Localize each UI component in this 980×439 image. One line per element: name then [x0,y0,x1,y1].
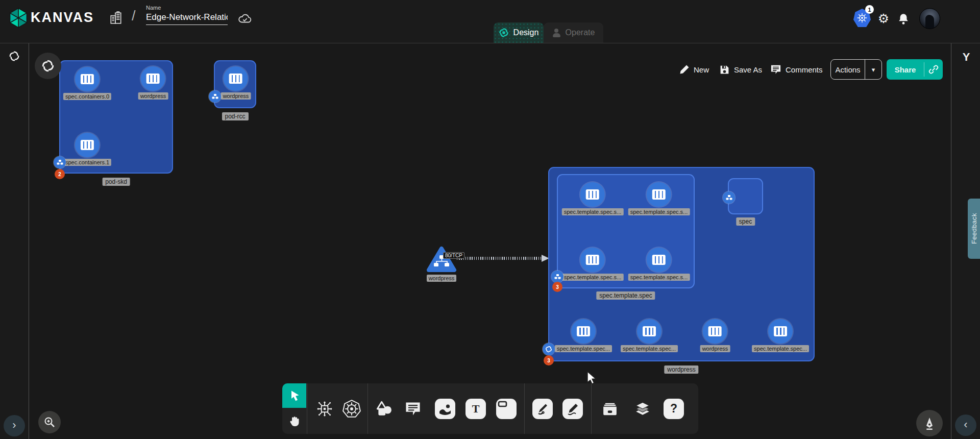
expand-left-panel-button[interactable]: › [4,415,25,436]
annotation-pen-button[interactable] [916,410,943,436]
group-pod-skd[interactable]: spec.containers.0 wordpress spec.contain… [59,60,173,174]
settings-gear-icon[interactable]: ⚙ [876,11,891,26]
pen-tool-button[interactable] [528,383,557,434]
zoom-in-magnifier-icon [43,416,56,428]
pen-nib-icon [923,417,936,430]
group-pod-rcc[interactable]: wordpress pod-rcc [214,60,256,108]
deployment-badge-icon[interactable] [543,343,555,355]
kubernetes-tool-button[interactable] [337,383,366,434]
container-node[interactable]: wordpress [138,66,168,100]
organization-icon[interactable] [109,11,122,25]
comment-tool-button[interactable] [399,383,427,434]
service-node-wordpress[interactable]: wordpress [426,246,457,282]
design-name-input[interactable] [146,12,228,25]
container-label: spec.template.spec.s... [562,208,624,215]
actions-dropdown-button[interactable]: Actions ▾ [830,59,882,80]
container-icon [647,182,671,207]
error-count-badge[interactable]: 3 [544,355,554,365]
hamburger-menu-icon[interactable] [948,13,962,23]
container-node[interactable]: spec.template.spec... [555,319,612,352]
shapes-tool-button[interactable] [370,383,398,434]
layers-icon [634,401,651,417]
container-node[interactable]: spec.containers.1 [63,133,111,166]
edge-port-label: 80/TCP [443,252,464,259]
container-node[interactable]: wordpress [700,319,730,352]
error-count-badge[interactable]: 3 [552,282,562,292]
meshery-swirl-icon[interactable] [9,51,20,62]
node-spec[interactable]: spec [728,178,763,214]
kubernetes-context-button[interactable]: 1 [852,8,872,28]
shapes-icon [375,401,393,417]
help-tool-button[interactable]: ? [659,383,688,434]
container-label: spec.containers.1 [63,159,111,166]
node-overlay-flower-icon[interactable] [35,53,61,79]
pencil-tool-button[interactable] [558,383,587,434]
brand-wordmark: KANVAS [31,10,94,26]
cursor-icon [288,389,301,402]
text-tool-button[interactable]: T [461,383,490,434]
pencil-icon [562,399,583,419]
pod-badge-icon[interactable] [54,156,66,168]
container-label: wordpress [221,92,251,100]
container-label: spec.template.spec.s... [628,208,690,215]
tab-design-label: Design [513,28,539,37]
tab-operate-label: Operate [566,28,595,37]
share-button[interactable]: Share [887,59,943,80]
actions-label: Actions [831,65,865,74]
container-node[interactable]: spec.template.spec.s... [628,248,690,281]
collapse-right-panel-button[interactable]: ‹ [955,414,976,436]
container-node[interactable]: spec.template.spec... [752,319,809,352]
archive-tool-button[interactable] [596,383,624,434]
tab-operate[interactable]: Operate [544,22,603,43]
pod-badge-icon[interactable] [209,90,221,103]
comments-button[interactable]: Comments [770,61,823,78]
image-icon [435,399,455,419]
user-avatar[interactable] [919,8,940,29]
new-button[interactable]: New [679,61,709,78]
container-label: wordpress [138,92,168,100]
container-node[interactable]: wordpress [221,66,251,100]
design-name-field: Name [146,5,228,25]
container-icon [571,319,596,344]
container-node[interactable]: spec.template.spec.s... [562,182,624,215]
container-icon [647,248,671,272]
new-pencil-icon [679,64,690,75]
select-tool-button[interactable] [282,383,306,408]
feedback-tab[interactable]: Feedback [968,199,980,259]
branch-y-icon[interactable]: Y [960,51,973,64]
container-node[interactable]: spec.template.spec... [621,319,678,352]
notifications-bell-icon[interactable] [897,12,910,26]
container-icon [703,319,727,344]
share-label: Share [887,65,924,74]
container-node[interactable]: spec.template.spec.s... [628,182,690,215]
tab-design[interactable]: Design [494,22,544,43]
pod-badge-icon[interactable] [723,191,735,204]
container-label: spec.template.spec... [621,345,678,352]
sticky-note-tool-button[interactable] [492,383,521,434]
save-as-button[interactable]: Save As [719,61,762,78]
group-spec-template-spec[interactable]: spec.template.spec.s... spec.template.sp… [557,174,695,288]
edge-service-to-deployment[interactable] [457,257,543,260]
copy-link-icon[interactable] [924,64,943,75]
service-label: wordpress [427,275,457,282]
group-deployment-wordpress[interactable]: spec.template.spec.s... spec.template.sp… [548,167,815,361]
container-icon [637,319,662,344]
image-tool-button[interactable] [431,383,459,434]
pod-badge-icon[interactable] [551,271,564,283]
container-label: spec.template.spec.s... [628,274,690,281]
container-icon [75,67,100,91]
layers-tool-button[interactable] [628,383,657,434]
container-node[interactable]: spec.template.spec.s... [562,248,624,281]
breadcrumb-separator: / [132,8,136,24]
actions-caret-icon[interactable]: ▾ [865,66,881,74]
zoom-search-button[interactable] [38,411,61,433]
component-tool-button[interactable] [310,383,339,434]
error-count-badge[interactable]: 2 [55,169,65,179]
context-count-badge: 1 [865,5,874,14]
new-label: New [694,65,709,74]
chevron-left-icon: ‹ [964,418,967,431]
pan-tool-button[interactable] [282,408,306,434]
container-node[interactable]: spec.containers.0 [63,67,111,100]
help-icon: ? [664,399,684,419]
drawer-icon [601,401,619,417]
